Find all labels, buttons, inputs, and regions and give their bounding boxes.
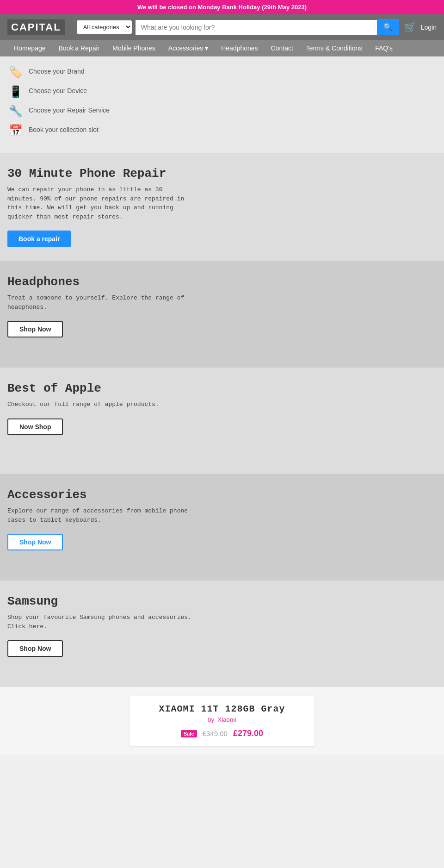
wrench-icon: 🔧 bbox=[7, 105, 24, 118]
accessories-banner: Accessories Explore our range of accesso… bbox=[0, 474, 444, 581]
nav-item-book-repair[interactable]: Book a Repair bbox=[52, 40, 106, 56]
repair-banner-desc: We can repair your phone in as little as… bbox=[7, 185, 192, 221]
search-input[interactable] bbox=[136, 20, 377, 35]
headphones-shop-now-button[interactable]: Shop Now bbox=[7, 321, 63, 337]
old-price: £349.00 bbox=[203, 730, 228, 737]
new-price: £279.00 bbox=[233, 729, 263, 738]
main-nav: Homepage Book a Repair Mobile Phones Acc… bbox=[0, 40, 444, 56]
accessories-banner-title: Accessories bbox=[7, 488, 437, 502]
tag-icon: 🏷️ bbox=[7, 66, 24, 79]
apple-banner-title: Best of Apple bbox=[7, 381, 437, 395]
product-brand-name: Xiaomi bbox=[218, 716, 236, 723]
headphones-banner-title: Headphones bbox=[7, 275, 437, 289]
product-brand: by Xiaomi bbox=[137, 716, 307, 723]
product-section: XIAOMI 11T 128GB Gray by Xiaomi Sale £34… bbox=[0, 687, 444, 755]
sale-badge: Sale bbox=[181, 730, 197, 737]
step-3: 🔧 Choose your Repair Service bbox=[7, 105, 437, 118]
nav-item-accessories[interactable]: Accessories ▾ bbox=[162, 40, 215, 56]
apple-banner: Best of Apple Checkout our full range of… bbox=[0, 368, 444, 474]
apple-banner-desc: Checkout our full range of apple product… bbox=[7, 400, 192, 409]
samsung-shop-now-button[interactable]: Shop Now bbox=[7, 640, 63, 657]
headphones-banner-desc: Treat a someone to yourself. Explore the… bbox=[7, 293, 192, 312]
search-bar: 🔍 bbox=[136, 19, 399, 35]
samsung-banner-title: Samsung bbox=[7, 594, 437, 608]
samsung-banner-desc: Shop your favourite Samsung phones and a… bbox=[7, 613, 192, 631]
step-2-text: Choose your Device bbox=[29, 85, 87, 94]
cart-icon[interactable]: 🛒 bbox=[404, 21, 416, 33]
samsung-banner: Samsung Shop your favourite Samsung phon… bbox=[0, 581, 444, 687]
product-title: XIAOMI 11T 128GB Gray bbox=[137, 704, 307, 714]
category-select[interactable]: All categories bbox=[77, 20, 132, 34]
accessories-shop-now-button[interactable]: Shop Now bbox=[7, 534, 63, 550]
nav-item-faqs[interactable]: FAQ's bbox=[369, 40, 399, 56]
price-row: Sale £349.00 £279.00 bbox=[137, 729, 307, 738]
nav-item-contact[interactable]: Contact bbox=[265, 40, 300, 56]
apple-shop-now-button[interactable]: Now Shop bbox=[7, 418, 63, 435]
site-logo[interactable]: CAPITAL bbox=[7, 19, 65, 35]
site-header: CAPITAL All categories 🔍 🛒 Login bbox=[0, 14, 444, 40]
header-inputs: All categories 🔍 bbox=[77, 19, 399, 35]
product-card: XIAOMI 11T 128GB Gray by Xiaomi Sale £34… bbox=[130, 696, 314, 746]
step-4-text: Book your collection slot bbox=[29, 124, 99, 133]
nav-item-homepage[interactable]: Homepage bbox=[7, 40, 52, 56]
accessories-banner-desc: Explore our range of accessories from mo… bbox=[7, 506, 192, 525]
book-repair-button[interactable]: Book a repair bbox=[7, 231, 71, 247]
step-4: 📅 Book your collection slot bbox=[7, 124, 437, 137]
calendar-icon: 📅 bbox=[7, 124, 24, 137]
announcement-bar: We will be closed on Monday Bank Holiday… bbox=[0, 0, 444, 14]
headphones-banner: Headphones Treat a someone to yourself. … bbox=[0, 261, 444, 368]
nav-item-terms[interactable]: Terms & Conditions bbox=[300, 40, 369, 56]
repair-banner: 30 Minute Phone Repair We can repair you… bbox=[0, 153, 444, 261]
product-brand-label: by bbox=[208, 716, 215, 723]
nav-item-mobile-phones[interactable]: Mobile Phones bbox=[106, 40, 162, 56]
step-1: 🏷️ Choose your Brand bbox=[7, 66, 437, 79]
nav-item-headphones[interactable]: Headphones bbox=[215, 40, 264, 56]
step-1-text: Choose your Brand bbox=[29, 66, 85, 75]
announcement-text: We will be closed on Monday Bank Holiday… bbox=[137, 4, 307, 11]
step-3-text: Choose your Repair Service bbox=[29, 105, 110, 114]
step-2: 📱 Choose your Device bbox=[7, 85, 437, 98]
login-link[interactable]: Login bbox=[421, 24, 437, 31]
steps-section: 🏷️ Choose your Brand 📱 Choose your Devic… bbox=[0, 56, 444, 153]
repair-banner-title: 30 Minute Phone Repair bbox=[7, 167, 437, 181]
search-button[interactable]: 🔍 bbox=[377, 19, 399, 35]
phone-icon: 📱 bbox=[7, 85, 24, 98]
